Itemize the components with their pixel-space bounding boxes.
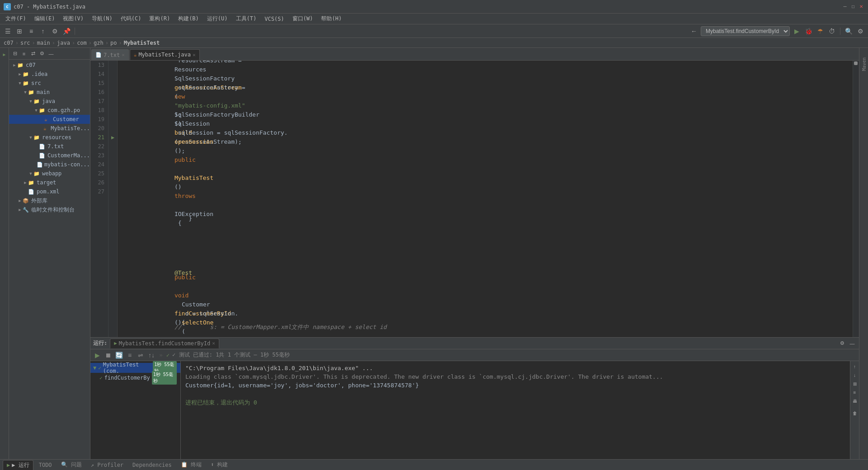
minimize-button[interactable]: ─ — [842, 4, 848, 10]
run-btn-rerun[interactable]: 🔄 — [115, 351, 123, 359]
run-right-btn-2[interactable]: ↓ — [851, 371, 859, 379]
toolbar-search[interactable]: 🔍 — [844, 26, 854, 36]
tree-item-7txt[interactable]: 📄 7.txt — [9, 142, 90, 151]
tree-item-idea[interactable]: ▶ 📁 .idea — [9, 70, 90, 79]
menu-edit[interactable]: 编辑(E) — [31, 14, 59, 24]
tree-item-java[interactable]: ▼ 📁 java — [9, 97, 90, 106]
gutter-22 — [108, 142, 117, 151]
menu-file[interactable]: 文件(F) — [2, 14, 30, 24]
bottom-tab-run[interactable]: ▶ ▶ 运行 — [3, 460, 33, 470]
tree-label-resources: resources — [42, 134, 71, 141]
breadcrumb-class[interactable]: MybatisTest — [124, 40, 160, 46]
tree-item-external[interactable]: ▶ 📦 外部库 — [9, 196, 90, 205]
tree-item-mybatisconfig[interactable]: 📄 mybatis-con... — [9, 160, 90, 169]
tab-mybatistest[interactable]: ☕ MybatisTest.java ✕ — [130, 49, 200, 60]
tree-item-comgzh[interactable]: ▼ 📁 com.gzh.po — [9, 106, 90, 115]
menu-view[interactable]: 视图(V) — [59, 14, 87, 24]
tree-item-resources[interactable]: ▼ 📁 resources — [9, 133, 90, 142]
run-panel-minimize[interactable]: — — [848, 339, 856, 348]
tree-item-temp[interactable]: ▶ 🔧 临时文件和控制台 — [9, 205, 90, 214]
breadcrumb-sep-3: › — [52, 40, 55, 46]
toolbar-up-btn[interactable]: ↑ — [38, 26, 48, 36]
toolbar-pin-btn[interactable]: 📌 — [61, 26, 71, 36]
tab-7txt-close[interactable]: ✕ — [122, 52, 125, 58]
menu-window[interactable]: 窗口(W) — [289, 14, 317, 24]
tree-item-mybatistest[interactable]: ☕ MybatisTe... — [9, 124, 90, 133]
bottom-tab-todo[interactable]: TODO — [35, 460, 56, 470]
folder-icon-src: 📁 — [23, 80, 30, 86]
run-btn-stop[interactable]: ⏹ — [104, 351, 112, 359]
tab-mybatistest-close[interactable]: ✕ — [193, 52, 196, 58]
bottom-tab-terminal[interactable]: 📋 终端 — [177, 460, 205, 470]
tree-item-src[interactable]: ▼ 📁 src — [9, 79, 90, 88]
run-btn-sort[interactable]: ⇌ — [137, 351, 145, 359]
menu-run[interactable]: 运行(U) — [203, 14, 231, 24]
run-gutter-icon[interactable]: ▶ — [111, 133, 114, 142]
run-tab-close[interactable]: ✕ — [212, 340, 215, 346]
menu-tools[interactable]: 工具(T) — [232, 14, 260, 24]
tree-label-customermapper: CustomerMa... — [47, 152, 90, 159]
bottom-tab-terminal-label: 📋 终端 — [181, 461, 202, 469]
run-btn-nav[interactable]: ↑↓ — [147, 351, 156, 359]
run-right-btn-5[interactable]: 🖶 — [851, 397, 859, 404]
menu-help[interactable]: 帮助(H) — [317, 14, 345, 24]
tree-item-c07[interactable]: ▶ 📁 c07 — [9, 61, 90, 70]
tree-item-main[interactable]: ▼ 📁 main — [9, 88, 90, 97]
breadcrumb-po[interactable]: po — [110, 40, 117, 46]
run-right-btn-4[interactable]: ≡ — [851, 389, 859, 396]
code-editor[interactable]: 13 14 15 16 17 18 19 20 21 22 23 24 25 2… — [90, 61, 859, 337]
toolbar-align-btn[interactable]: ≡ — [26, 26, 36, 36]
tree-toolbar-sync[interactable]: ⇄ — [29, 50, 37, 58]
menu-vcs[interactable]: VCS(S) — [261, 15, 288, 23]
bottom-tab-dependencies[interactable]: Dependencies — [129, 460, 175, 470]
bottom-tab-build[interactable]: ⬆ 构建 — [207, 460, 231, 470]
left-icon-1[interactable]: ▶ — [1, 51, 8, 58]
tree-item-customer[interactable]: ☕ Customer — [9, 115, 90, 124]
tree-item-customermapper[interactable]: 📄 CustomerMa... — [9, 151, 90, 160]
breadcrumb-main[interactable]: main — [37, 40, 50, 46]
run-right-btn-3[interactable]: ⊞ — [851, 380, 859, 387]
menu-code[interactable]: 代码(C) — [117, 14, 145, 24]
right-icon-maven[interactable]: Maven — [860, 51, 868, 78]
run-panel-settings[interactable]: ⚙ — [838, 339, 846, 348]
coverage-button[interactable]: ☂ — [815, 26, 825, 36]
menu-navigate[interactable]: 导航(N) — [88, 14, 116, 24]
run-btn-start[interactable]: ▶ — [93, 351, 101, 359]
breadcrumb-src[interactable]: src — [20, 40, 30, 46]
tab-7txt[interactable]: 📄 7.txt ✕ — [91, 49, 129, 60]
toolbar-settings2[interactable]: ⚙ — [855, 26, 865, 36]
toolbar-expand-btn[interactable]: ⊞ — [14, 26, 24, 36]
toolbar-settings-btn[interactable]: ⚙ — [50, 26, 60, 36]
right-gutter — [853, 61, 859, 337]
toolbar-project-btn[interactable]: ☰ — [3, 26, 13, 36]
close-button[interactable]: ✕ — [858, 4, 864, 10]
maximize-button[interactable]: □ — [850, 4, 856, 10]
profile-button[interactable]: ⏱ — [827, 26, 837, 36]
debug-button[interactable]: 🐞 — [803, 26, 813, 36]
tree-toolbar-gear[interactable]: ⚙ — [38, 50, 46, 58]
tree-toolbar-collapse[interactable]: ⊟ — [11, 50, 19, 58]
run-tree-findcustomer[interactable]: ✓ findCustomerBy 1秒 55毫秒 — [90, 373, 180, 383]
tree-toolbar-pin[interactable]: — — [47, 50, 55, 58]
line-num-23: 23 — [92, 151, 104, 160]
run-right-btn-6[interactable]: 🗑 — [851, 409, 859, 417]
tree-item-webapp[interactable]: ▼ 📁 webapp — [9, 169, 90, 178]
code-content[interactable]: InputStream resourceAsStream = Resources… — [118, 61, 853, 337]
tree-toolbar-settings[interactable]: ≡ — [20, 50, 28, 58]
toolbar-nav-back[interactable]: ← — [689, 26, 699, 36]
bottom-tab-problems[interactable]: 🔍 问题 — [57, 460, 85, 470]
breadcrumb-com[interactable]: com — [77, 40, 87, 46]
menu-build[interactable]: 构建(B) — [175, 14, 203, 24]
run-btn-tree[interactable]: ≡ — [126, 351, 134, 359]
run-config-dropdown[interactable]: MybatisTest.findCustomerById — [701, 26, 790, 36]
tree-item-target[interactable]: ▶ 📁 target — [9, 178, 90, 187]
menu-refactor[interactable]: 重构(R) — [146, 14, 174, 24]
breadcrumb-c07[interactable]: c07 — [4, 40, 14, 46]
run-tab-active[interactable]: ▶ MybatisTest.findCustomerById ✕ — [110, 338, 219, 348]
breadcrumb-gzh[interactable]: gzh — [94, 40, 104, 46]
run-right-btn-1[interactable]: ↑ — [851, 363, 859, 370]
breadcrumb-java[interactable]: java — [57, 40, 70, 46]
bottom-tab-profiler[interactable]: ↗ Profiler — [87, 460, 127, 470]
tree-item-pomxml[interactable]: 📄 pom.xml — [9, 187, 90, 196]
run-button[interactable]: ▶ — [792, 26, 802, 36]
